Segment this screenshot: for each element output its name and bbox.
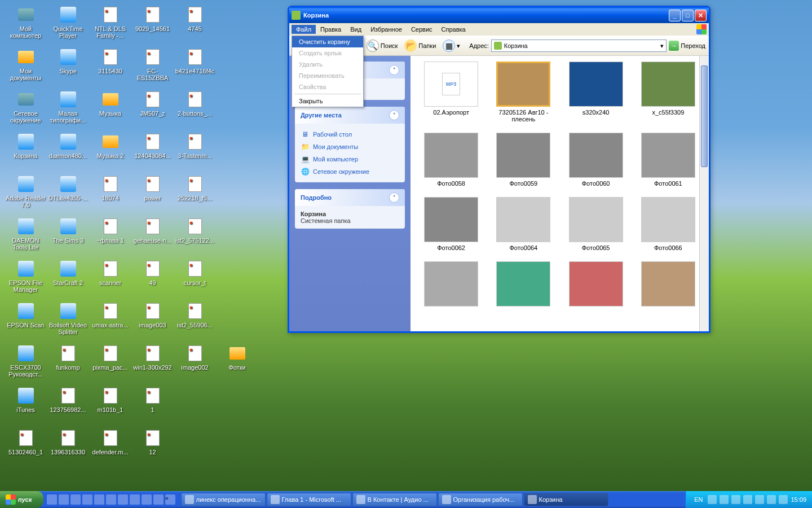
desktop-icon[interactable]: 18074 — [89, 174, 131, 216]
views-button[interactable]: ▦▾ — [440, 38, 462, 53]
titlebar[interactable]: Корзина _ □ ✕ — [289, 7, 709, 23]
chevron-down-icon[interactable]: ▾ — [660, 42, 664, 50]
desktop-icon[interactable]: EPSON File Manager — [5, 259, 47, 301]
place-link[interactable]: 💻Мой компьютер — [301, 153, 399, 165]
address-input[interactable]: Корзина ▾ — [491, 40, 667, 52]
scrollbar-thumb[interactable] — [701, 65, 708, 167]
taskbar-task[interactable]: В Контакте | Аудио ... — [352, 493, 437, 506]
tray-icon[interactable] — [708, 495, 717, 504]
desktop-icon[interactable]: ist2_575122... — [174, 216, 216, 259]
tray-icon[interactable] — [731, 495, 740, 504]
ql-icon[interactable] — [94, 494, 104, 505]
menu-вид[interactable]: Вид — [346, 25, 366, 34]
start-button[interactable]: пуск — [0, 491, 43, 508]
menu-item[interactable]: Очистить корзину — [292, 36, 363, 47]
ql-icon[interactable] — [118, 494, 128, 505]
file-item[interactable]: MP302.Аэропорт — [417, 62, 485, 122]
places-panel-header[interactable]: Другие места˄ — [295, 107, 405, 124]
go-button[interactable]: → Переход — [669, 41, 705, 51]
tray-icon[interactable] — [720, 495, 729, 504]
desktop-icon[interactable]: iTunes — [5, 386, 47, 428]
desktop-icon[interactable]: 3-Tastenm... — [174, 132, 216, 174]
desktop-icon[interactable]: 3115430 — [89, 47, 131, 89]
desktop-icon[interactable]: 124043084... — [131, 132, 174, 174]
file-item[interactable]: s320x240 — [562, 62, 630, 122]
desktop-icon[interactable]: b421e4716f4c — [174, 47, 216, 89]
ql-icon[interactable] — [153, 494, 164, 505]
tray-icon[interactable] — [743, 495, 752, 504]
file-item[interactable]: Фото0064 — [489, 197, 557, 251]
desktop-icon[interactable]: 4745 — [174, 5, 216, 47]
scrollbar[interactable] — [699, 56, 709, 331]
ql-icon[interactable] — [130, 494, 140, 505]
file-item[interactable]: Фото0066 — [634, 197, 702, 251]
menu-правка[interactable]: Правка — [316, 25, 346, 34]
taskbar-task[interactable]: Корзина — [524, 493, 608, 506]
desktop-icon[interactable]: 252218_f5... — [174, 174, 216, 216]
maximize-button[interactable]: □ — [682, 10, 694, 21]
desktop-icon[interactable]: power — [131, 174, 174, 216]
file-item[interactable]: Фото0062 — [417, 197, 485, 251]
desktop-icon[interactable]: Boilsoft Video Splitter — [47, 301, 89, 343]
taskbar-task[interactable]: линекс операционна... — [181, 493, 266, 506]
desktop-icon[interactable]: ESCX3700 Руководст... — [5, 343, 47, 386]
file-item[interactable]: Фото0065 — [562, 197, 630, 251]
desktop-icon[interactable]: ist2_55906... — [174, 301, 216, 343]
desktop-icon[interactable]: JM507_z — [131, 89, 174, 132]
desktop-icon[interactable]: 49 — [131, 259, 174, 301]
desktop-icon[interactable]: pixma_pac... — [89, 343, 131, 386]
desktop-icon[interactable]: win1-300x292 — [131, 343, 174, 386]
menu-избранное[interactable]: Избранное — [366, 25, 407, 34]
desktop-icon[interactable]: umax-astra... — [89, 301, 131, 343]
desktop-icon[interactable]: The Sims 3 — [47, 216, 89, 259]
minimize-button[interactable]: _ — [669, 10, 681, 21]
desktop-icon[interactable]: 9029_14561 — [131, 5, 174, 47]
tray-icon[interactable] — [767, 495, 776, 504]
tray-icon[interactable] — [755, 495, 764, 504]
file-item[interactable]: Фото0060 — [562, 133, 630, 187]
desktop-icon[interactable]: 123756982... — [47, 386, 89, 428]
file-item[interactable]: Фото0058 — [417, 133, 485, 187]
desktop-icon[interactable]: gehaeuse-n... — [131, 216, 174, 259]
desktop-icon[interactable]: 2-buttons_... — [174, 89, 216, 132]
menu-сервис[interactable]: Сервис — [407, 25, 437, 34]
desktop-icon[interactable]: defender.m... — [89, 428, 131, 470]
desktop-icon[interactable]: 12 — [131, 428, 174, 470]
details-panel-header[interactable]: Подробно˄ — [295, 189, 405, 206]
menu-item[interactable]: Закрыть — [292, 95, 363, 107]
menu-файл[interactable]: Файл — [292, 25, 316, 34]
desktop-icon[interactable]: 51302460_1 — [5, 428, 47, 470]
taskbar-task[interactable]: Организация рабоч... — [438, 493, 523, 506]
file-item[interactable]: Фото0059 — [489, 133, 557, 187]
desktop-icon[interactable]: ~флава 1 — [89, 216, 131, 259]
file-item[interactable] — [489, 261, 557, 309]
file-item[interactable]: x_c55f3309 — [634, 62, 702, 122]
desktop-icon[interactable]: Сетевое окружение — [5, 89, 47, 132]
ql-icon[interactable] — [59, 494, 69, 505]
desktop-icon[interactable]: Adobe Reader 7.0 — [5, 174, 47, 216]
desktop-icon[interactable]: Фотки — [216, 343, 258, 386]
desktop-icon[interactable]: EPSON Scan — [5, 301, 47, 343]
folders-button[interactable]: 📂Папки — [402, 38, 438, 53]
desktop-icon[interactable]: 1396316330 — [47, 428, 89, 470]
file-item[interactable]: Фото0061 — [634, 133, 702, 187]
desktop-icon[interactable]: DTLite4355-... — [47, 174, 89, 216]
file-item[interactable] — [417, 261, 485, 309]
desktop-icon[interactable]: Музыка — [89, 89, 131, 132]
desktop-icon[interactable]: image002 — [174, 343, 216, 386]
desktop-icon[interactable]: DAEMON Tools Lite — [5, 216, 47, 259]
close-button[interactable]: ✕ — [695, 10, 707, 21]
ql-icon[interactable]: » — [165, 494, 175, 505]
ql-icon[interactable] — [47, 494, 57, 505]
tray-icon[interactable] — [779, 495, 788, 504]
desktop-icon[interactable]: daemon480... — [47, 132, 89, 174]
desktop-icon[interactable]: cursor_t — [174, 259, 216, 301]
files-pane[interactable]: MP302.Аэропорт73205126 Авг10 - плесеньs3… — [411, 56, 709, 331]
desktop-icon[interactable]: m101b_1 — [89, 386, 131, 428]
ql-icon[interactable] — [106, 494, 116, 505]
ql-icon[interactable] — [82, 494, 92, 505]
desktop-icon[interactable]: Корзина — [5, 132, 47, 174]
desktop-icon[interactable]: EC-ES15ZBBA — [131, 47, 174, 89]
search-button[interactable]: 🔍Поиск — [364, 38, 400, 53]
taskbar-task[interactable]: Глава 1 - Microsoft ... — [267, 493, 351, 506]
